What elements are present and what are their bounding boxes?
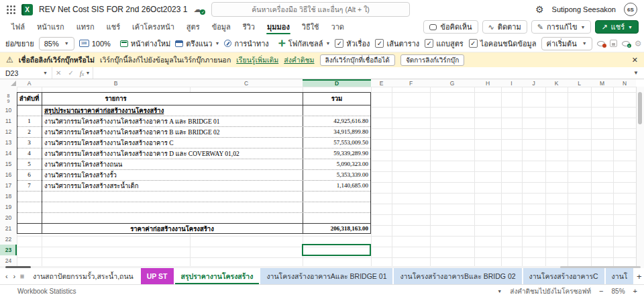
cell-D13[interactable]: 57,553,009.50 xyxy=(303,137,368,148)
app-launcher-icon[interactable] xyxy=(7,5,15,14)
view-option-2[interactable]: ✓แถบสูตร xyxy=(425,38,464,50)
checkbox-icon[interactable]: ✓ xyxy=(469,39,478,48)
saved-cloud-icon[interactable]: ☁✓ xyxy=(193,5,204,14)
next-sheet-button[interactable]: › xyxy=(11,268,19,284)
catch-up-button[interactable]: ∿ ติดตาม xyxy=(482,20,527,34)
sheet-tab-6[interactable]: งานโ xyxy=(606,268,634,284)
column-header-F[interactable]: F xyxy=(392,79,430,87)
menu-tab-2[interactable]: แทรก xyxy=(70,19,101,35)
column-header-M[interactable]: M xyxy=(591,79,613,87)
row-header-23[interactable]: 23 xyxy=(0,245,17,255)
search-input[interactable]: ค้นหาเครื่องมือ วิธีใช้ และอื่นๆ (Alt + … xyxy=(211,2,410,17)
cell-B13[interactable]: งานวิศวกรรมโครงสร้างงานโครงสร้างอาคาร C xyxy=(44,137,305,148)
send-feedback-link[interactable]: ส่งคำติชม xyxy=(284,54,314,66)
sheet-tab-4[interactable]: งานโครงสร้างอาคารBและ BRIDG 02 xyxy=(394,268,521,284)
row-header-19[interactable]: 19 xyxy=(0,202,17,212)
row-header-10[interactable]: 10 xyxy=(0,105,17,116)
new-window-button[interactable]: หน้าต่างใหม่ xyxy=(120,38,171,50)
view-option-3[interactable]: ✓ไอคอนชนิดข้อมูล xyxy=(469,38,537,50)
cell-B15[interactable]: งานวิศวกรรมโครงสร้างถนน xyxy=(44,159,305,169)
menu-tab-5[interactable]: สูตร xyxy=(180,19,206,35)
menu-tab-9[interactable]: วิธีใช้ xyxy=(296,19,325,35)
menu-tab-1[interactable]: หน้าแรก xyxy=(31,19,70,35)
zoom-100-button[interactable]: 100 100% xyxy=(79,40,111,48)
cell-A13[interactable]: 3 xyxy=(17,137,42,148)
document-title[interactable]: REV Net Cost SIS FOR 2nd 26Oct2023 1 xyxy=(39,5,187,14)
avatar[interactable]: 6S xyxy=(624,3,637,16)
cell-B10[interactable]: สรุปประมาณราคาค่าก่อสร้างงานโครงสร้าง xyxy=(44,105,305,116)
menu-tab-8[interactable]: มุมมอง xyxy=(261,19,296,35)
cell-B17[interactable]: งานวิศวกรรมโครงสร้างสระน้ำเด็ก xyxy=(44,180,305,191)
row-header-11[interactable]: 11 xyxy=(0,116,17,126)
freeze-panes-button[interactable]: ตรึงแนว▼ xyxy=(175,38,219,50)
column-header-G[interactable]: G xyxy=(430,79,474,87)
vertical-scrollbar-thumb[interactable] xyxy=(638,92,642,124)
status-menu-chevron[interactable]: ▼ xyxy=(497,289,502,294)
settings-gear-icon[interactable]: ⚙ xyxy=(535,5,544,14)
learn-more-link[interactable]: เรียนรู้เพิ่มเติม xyxy=(236,54,278,66)
menu-tab-0[interactable]: ไฟล์ xyxy=(5,19,31,35)
add-sheet-button[interactable]: + xyxy=(634,268,644,284)
cell-D14[interactable]: 59,339,289.90 xyxy=(303,148,368,159)
row-header-8-9[interactable]: 89 xyxy=(0,92,17,105)
column-header-J[interactable]: J xyxy=(522,79,545,87)
header-cell-D[interactable]: รวม xyxy=(303,92,371,105)
column-header-I[interactable]: I xyxy=(501,79,522,87)
checkbox-icon[interactable]: ✓ xyxy=(335,39,343,48)
cell-D17[interactable]: 1,140,685.00 xyxy=(303,180,368,191)
sheet-tab-5[interactable]: งานโครงสร้างอาคารC xyxy=(523,268,604,284)
row-header-7[interactable] xyxy=(0,87,17,92)
share-button[interactable]: ↗ แชร์ ▼ xyxy=(595,20,639,34)
trust-workbook-links-button[interactable]: ลิงก์เวิร์กบุ๊กที่เชื่อถือได้ xyxy=(320,54,395,66)
cell-A14[interactable]: 4 xyxy=(17,148,42,159)
zoom-out-button[interactable]: − xyxy=(599,287,603,295)
row-header-13[interactable]: 13 xyxy=(0,137,17,148)
sheet-view-select[interactable]: ค่าเริ่มต้น▼ xyxy=(541,37,592,50)
cell-A16[interactable]: 6 xyxy=(17,169,42,180)
menu-tab-7[interactable]: รีวิว xyxy=(237,19,261,35)
cell-A12[interactable]: 2 xyxy=(17,126,42,137)
send-feedback-button[interactable]: ส่งคำติชมไปยังไมโครซอฟท์ xyxy=(510,286,591,296)
column-header-H[interactable]: H xyxy=(474,79,501,87)
comments-button[interactable]: ข้อคิดเห็น xyxy=(423,20,478,34)
insert-function-icon[interactable]: fx xyxy=(77,69,86,77)
column-header-K[interactable]: K xyxy=(545,79,568,87)
row-header-18[interactable]: 18 xyxy=(0,191,17,202)
row-header-16[interactable]: 16 xyxy=(0,169,17,180)
column-header-C[interactable]: C xyxy=(190,79,303,87)
select-all-corner[interactable] xyxy=(0,79,17,87)
close-icon[interactable]: ✕ xyxy=(632,56,638,65)
cell-A17[interactable]: 7 xyxy=(17,180,42,191)
row-header-17[interactable]: 17 xyxy=(0,180,17,191)
row-header-12[interactable]: 12 xyxy=(0,126,17,137)
cell-B11[interactable]: งานวิศวกรรมโครงสร้างงานโครงสร้างอาคาร A … xyxy=(44,116,305,126)
row-header-22[interactable]: 22 xyxy=(0,234,17,245)
cell-B16[interactable]: งานวิศวกรรมโครงสร้างรั้ว xyxy=(44,169,305,180)
sheet-tab-3[interactable]: งานโครงสร้างอาคารAและ BRIDGE 01 xyxy=(260,268,392,284)
enter-icon[interactable]: ✓ xyxy=(64,69,76,77)
cell-D11[interactable]: 42,925,616.80 xyxy=(303,116,368,126)
checkbox-icon[interactable]: ✓ xyxy=(375,39,384,48)
new-sheet-view-icon[interactable]: + xyxy=(622,41,630,46)
formula-input[interactable] xyxy=(93,67,628,79)
row-header-21[interactable]: 21 xyxy=(0,223,17,234)
checkbox-icon[interactable]: ✓ xyxy=(425,39,433,48)
prev-sheet-button[interactable]: ‹ xyxy=(3,268,11,284)
save-sheet-view-icon[interactable] xyxy=(610,40,617,47)
column-header-A[interactable]: A xyxy=(17,79,42,87)
hide-sheet-view-icon[interactable] xyxy=(597,41,605,46)
formula-expand-chevron[interactable]: ▼ xyxy=(628,70,644,76)
cell-D21[interactable]: 206,318,163.00 xyxy=(303,223,368,234)
cell-B14[interactable]: งานวิศวกรรมโครงสร้างงานโครงสร้างอาคาร D … xyxy=(44,148,305,159)
editing-mode-button[interactable]: ✎ การแก้ไข ▼ xyxy=(531,20,592,34)
cell-D16[interactable]: 5,353,339.00 xyxy=(303,169,368,180)
cell-A15[interactable]: 5 xyxy=(17,159,42,169)
workbook-statistics-button[interactable]: Workbook Statistics xyxy=(7,288,76,295)
row-header-24[interactable]: 24 xyxy=(0,255,17,266)
all-sheets-button[interactable]: ≡ xyxy=(18,268,26,284)
column-header-B[interactable]: B xyxy=(42,79,190,87)
column-header-L[interactable]: L xyxy=(568,79,591,87)
cell-B21[interactable]: ราคาค่าก่อสร้างงานโครงสร้าง xyxy=(42,223,303,234)
navigation-button[interactable]: การนำทาง xyxy=(224,38,268,50)
view-option-0[interactable]: ✓หัวเรื่อง xyxy=(335,38,370,50)
